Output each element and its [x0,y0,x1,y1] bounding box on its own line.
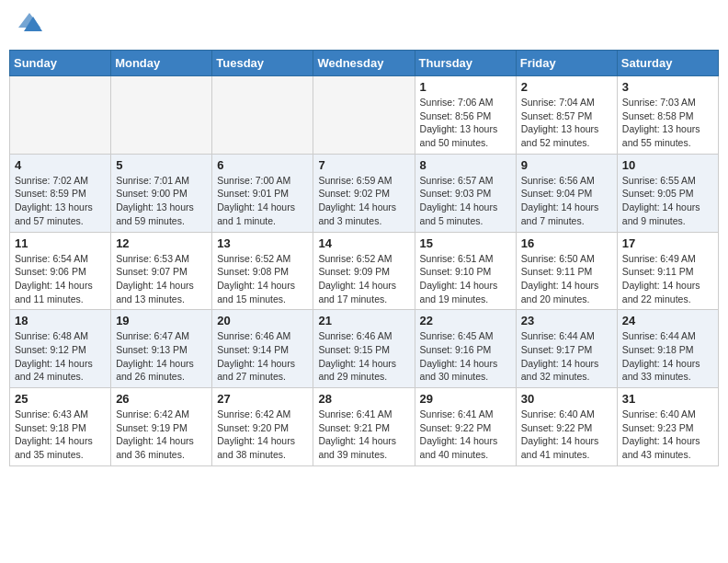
day-info: Sunrise: 6:52 AMSunset: 9:09 PMDaylight:… [318,252,409,306]
day-number: 15 [420,236,511,250]
logo [17,13,46,39]
day-info: Sunrise: 7:02 AMSunset: 8:59 PMDaylight:… [15,174,106,228]
day-info: Sunrise: 7:04 AMSunset: 8:57 PMDaylight:… [521,96,612,150]
calendar-cell [10,76,111,155]
calendar-cell: 4Sunrise: 7:02 AMSunset: 8:59 PMDaylight… [10,154,111,232]
day-number: 18 [15,314,106,327]
calendar-cell: 1Sunrise: 7:06 AMSunset: 8:56 PMDaylight… [415,76,516,155]
calendar-cell: 13Sunrise: 6:52 AMSunset: 9:08 PMDayligh… [212,232,313,310]
calendar-cell: 24Sunrise: 6:44 AMSunset: 9:18 PMDayligh… [617,310,718,388]
calendar-cell: 28Sunrise: 6:41 AMSunset: 9:21 PMDayligh… [313,388,415,466]
day-info: Sunrise: 7:06 AMSunset: 8:56 PMDaylight:… [420,96,511,150]
day-number: 16 [521,236,612,250]
day-info: Sunrise: 6:50 AMSunset: 9:11 PMDaylight:… [521,252,612,306]
day-number: 19 [116,314,207,327]
day-info: Sunrise: 6:53 AMSunset: 9:07 PMDaylight:… [116,252,207,306]
calendar-week-row: 11Sunrise: 6:54 AMSunset: 9:06 PMDayligh… [10,232,719,310]
calendar-cell: 20Sunrise: 6:46 AMSunset: 9:14 PMDayligh… [212,310,313,388]
calendar-cell: 17Sunrise: 6:49 AMSunset: 9:11 PMDayligh… [617,232,718,310]
header-sunday: Sunday [10,51,111,76]
day-info: Sunrise: 6:48 AMSunset: 9:12 PMDaylight:… [15,329,106,384]
day-number: 2 [521,80,612,94]
day-info: Sunrise: 6:45 AMSunset: 9:16 PMDaylight:… [420,329,511,384]
calendar-cell: 9Sunrise: 6:56 AMSunset: 9:04 PMDaylight… [516,154,617,232]
calendar-cell: 2Sunrise: 7:04 AMSunset: 8:57 PMDaylight… [516,76,617,155]
day-number: 28 [318,392,409,406]
day-number: 11 [15,236,106,250]
day-info: Sunrise: 6:55 AMSunset: 9:05 PMDaylight:… [622,174,713,228]
calendar-cell: 19Sunrise: 6:47 AMSunset: 9:13 PMDayligh… [111,310,212,388]
day-number: 3 [622,80,713,94]
day-number: 10 [622,158,713,172]
day-info: Sunrise: 7:00 AMSunset: 9:01 PMDaylight:… [217,174,308,228]
day-info: Sunrise: 6:51 AMSunset: 9:10 PMDaylight:… [420,252,511,306]
page-header [9,9,719,42]
day-info: Sunrise: 6:52 AMSunset: 9:08 PMDaylight:… [217,252,308,306]
header-wednesday: Wednesday [313,51,415,76]
calendar-cell: 29Sunrise: 6:41 AMSunset: 9:22 PMDayligh… [415,388,516,466]
calendar-week-row: 25Sunrise: 6:43 AMSunset: 9:18 PMDayligh… [10,388,719,466]
day-number: 12 [116,236,207,250]
day-info: Sunrise: 6:42 AMSunset: 9:20 PMDaylight:… [217,408,308,462]
calendar-cell: 22Sunrise: 6:45 AMSunset: 9:16 PMDayligh… [415,310,516,388]
day-number: 22 [420,314,511,327]
header-thursday: Thursday [415,51,516,76]
day-number: 8 [420,158,511,172]
day-number: 24 [622,314,713,327]
day-number: 4 [15,158,106,172]
day-number: 17 [622,236,713,250]
calendar-table: SundayMondayTuesdayWednesdayThursdayFrid… [9,50,719,466]
calendar-cell: 23Sunrise: 6:44 AMSunset: 9:17 PMDayligh… [516,310,617,388]
day-info: Sunrise: 6:54 AMSunset: 9:06 PMDaylight:… [15,252,106,306]
day-number: 9 [521,158,612,172]
day-number: 7 [318,158,409,172]
day-info: Sunrise: 6:44 AMSunset: 9:17 PMDaylight:… [521,329,612,384]
day-info: Sunrise: 6:41 AMSunset: 9:22 PMDaylight:… [420,408,511,462]
header-monday: Monday [111,51,212,76]
calendar-cell: 25Sunrise: 6:43 AMSunset: 9:18 PMDayligh… [10,388,111,466]
calendar-cell: 7Sunrise: 6:59 AMSunset: 9:02 PMDaylight… [313,154,415,232]
calendar-cell: 14Sunrise: 6:52 AMSunset: 9:09 PMDayligh… [313,232,415,310]
calendar-cell: 15Sunrise: 6:51 AMSunset: 9:10 PMDayligh… [415,232,516,310]
day-info: Sunrise: 6:49 AMSunset: 9:11 PMDaylight:… [622,252,713,306]
calendar-cell: 12Sunrise: 6:53 AMSunset: 9:07 PMDayligh… [111,232,212,310]
header-friday: Friday [516,51,617,76]
day-info: Sunrise: 6:40 AMSunset: 9:22 PMDaylight:… [521,408,612,462]
day-info: Sunrise: 7:01 AMSunset: 9:00 PMDaylight:… [116,174,207,228]
calendar-cell: 27Sunrise: 6:42 AMSunset: 9:20 PMDayligh… [212,388,313,466]
logo-icon [17,9,42,35]
calendar-header-row: SundayMondayTuesdayWednesdayThursdayFrid… [10,51,719,76]
day-info: Sunrise: 6:47 AMSunset: 9:13 PMDaylight:… [116,329,207,384]
day-number: 6 [217,158,308,172]
day-number: 30 [521,392,612,406]
calendar-cell: 16Sunrise: 6:50 AMSunset: 9:11 PMDayligh… [516,232,617,310]
day-number: 5 [116,158,207,172]
day-number: 20 [217,314,308,327]
day-info: Sunrise: 6:43 AMSunset: 9:18 PMDaylight:… [15,408,106,462]
calendar-week-row: 4Sunrise: 7:02 AMSunset: 8:59 PMDaylight… [10,154,719,232]
calendar-cell: 3Sunrise: 7:03 AMSunset: 8:58 PMDaylight… [617,76,718,155]
day-number: 1 [420,80,511,94]
day-number: 25 [15,392,106,406]
calendar-cell [111,76,212,155]
calendar-cell [212,76,313,155]
day-info: Sunrise: 6:42 AMSunset: 9:19 PMDaylight:… [116,408,207,462]
header-tuesday: Tuesday [212,51,313,76]
calendar-cell: 6Sunrise: 7:00 AMSunset: 9:01 PMDaylight… [212,154,313,232]
calendar-cell: 10Sunrise: 6:55 AMSunset: 9:05 PMDayligh… [617,154,718,232]
day-info: Sunrise: 6:41 AMSunset: 9:21 PMDaylight:… [318,408,409,462]
day-number: 29 [420,392,511,406]
day-number: 13 [217,236,308,250]
day-number: 14 [318,236,409,250]
day-info: Sunrise: 6:46 AMSunset: 9:15 PMDaylight:… [318,329,409,384]
calendar-cell: 31Sunrise: 6:40 AMSunset: 9:23 PMDayligh… [617,388,718,466]
day-number: 31 [622,392,713,406]
header-saturday: Saturday [617,51,718,76]
day-number: 23 [521,314,612,327]
calendar-cell: 26Sunrise: 6:42 AMSunset: 9:19 PMDayligh… [111,388,212,466]
calendar-cell: 18Sunrise: 6:48 AMSunset: 9:12 PMDayligh… [10,310,111,388]
calendar-week-row: 1Sunrise: 7:06 AMSunset: 8:56 PMDaylight… [10,76,719,155]
calendar-cell [313,76,415,155]
calendar-week-row: 18Sunrise: 6:48 AMSunset: 9:12 PMDayligh… [10,310,719,388]
day-number: 27 [217,392,308,406]
